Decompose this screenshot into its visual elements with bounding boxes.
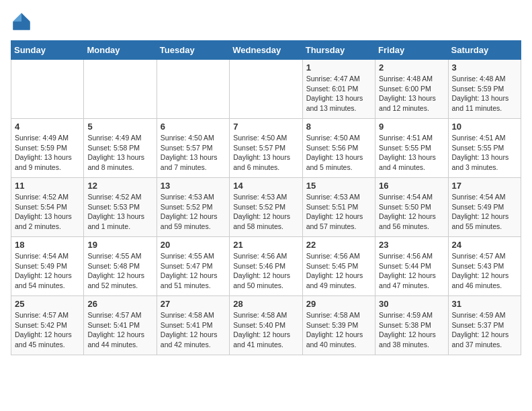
day-info: Sunrise: 4:56 AM Sunset: 5:44 PM Dayligh… bbox=[379, 251, 444, 291]
day-info: Sunrise: 4:49 AM Sunset: 5:59 PM Dayligh… bbox=[15, 133, 80, 173]
day-info: Sunrise: 4:58 AM Sunset: 5:40 PM Dayligh… bbox=[233, 310, 298, 350]
day-number: 1 bbox=[306, 62, 371, 73]
calendar-cell: 10Sunrise: 4:51 AM Sunset: 5:55 PM Dayli… bbox=[448, 119, 521, 178]
calendar-cell: 3Sunrise: 4:48 AM Sunset: 5:59 PM Daylig… bbox=[448, 60, 521, 119]
day-info: Sunrise: 4:50 AM Sunset: 5:57 PM Dayligh… bbox=[233, 133, 298, 173]
week-row-5: 25Sunrise: 4:57 AM Sunset: 5:42 PM Dayli… bbox=[11, 296, 521, 355]
day-number: 28 bbox=[233, 299, 298, 309]
calendar-cell bbox=[11, 60, 84, 119]
calendar-cell: 13Sunrise: 4:53 AM Sunset: 5:52 PM Dayli… bbox=[157, 178, 229, 237]
day-number: 23 bbox=[379, 240, 444, 250]
calendar-cell: 4Sunrise: 4:49 AM Sunset: 5:59 PM Daylig… bbox=[11, 119, 84, 178]
week-row-4: 18Sunrise: 4:54 AM Sunset: 5:49 PM Dayli… bbox=[11, 237, 521, 296]
calendar-cell: 19Sunrise: 4:55 AM Sunset: 5:48 PM Dayli… bbox=[84, 237, 157, 296]
calendar-cell: 22Sunrise: 4:56 AM Sunset: 5:45 PM Dayli… bbox=[302, 237, 375, 296]
logo-icon bbox=[11, 11, 32, 32]
day-info: Sunrise: 4:56 AM Sunset: 5:45 PM Dayligh… bbox=[306, 251, 371, 291]
calendar-cell: 30Sunrise: 4:59 AM Sunset: 5:38 PM Dayli… bbox=[375, 296, 448, 355]
day-info: Sunrise: 4:59 AM Sunset: 5:38 PM Dayligh… bbox=[379, 310, 444, 350]
day-number: 4 bbox=[15, 122, 80, 132]
calendar-cell: 24Sunrise: 4:57 AM Sunset: 5:43 PM Dayli… bbox=[448, 237, 521, 296]
day-info: Sunrise: 4:58 AM Sunset: 5:39 PM Dayligh… bbox=[306, 310, 371, 350]
calendar-cell bbox=[230, 60, 302, 119]
day-number: 24 bbox=[452, 240, 517, 250]
calendar-cell: 14Sunrise: 4:53 AM Sunset: 5:52 PM Dayli… bbox=[230, 178, 302, 237]
svg-marker-1 bbox=[13, 13, 21, 21]
day-info: Sunrise: 4:48 AM Sunset: 5:59 PM Dayligh… bbox=[452, 74, 517, 113]
week-row-2: 4Sunrise: 4:49 AM Sunset: 5:59 PM Daylig… bbox=[11, 119, 521, 178]
day-info: Sunrise: 4:53 AM Sunset: 5:51 PM Dayligh… bbox=[306, 192, 371, 232]
calendar-cell: 27Sunrise: 4:58 AM Sunset: 5:41 PM Dayli… bbox=[157, 296, 229, 355]
day-number: 22 bbox=[306, 240, 371, 250]
weekday-header-thursday: Thursday bbox=[302, 41, 375, 60]
week-row-1: 1Sunrise: 4:47 AM Sunset: 6:01 PM Daylig… bbox=[11, 60, 521, 119]
weekday-row: SundayMondayTuesdayWednesdayThursdayFrid… bbox=[11, 41, 521, 60]
calendar-cell: 7Sunrise: 4:50 AM Sunset: 5:57 PM Daylig… bbox=[230, 119, 302, 178]
day-info: Sunrise: 4:58 AM Sunset: 5:41 PM Dayligh… bbox=[161, 310, 226, 350]
calendar-cell: 1Sunrise: 4:47 AM Sunset: 6:01 PM Daylig… bbox=[302, 60, 375, 119]
calendar-cell: 21Sunrise: 4:56 AM Sunset: 5:46 PM Dayli… bbox=[230, 237, 302, 296]
logo bbox=[11, 11, 35, 32]
day-number: 15 bbox=[306, 181, 371, 191]
weekday-header-saturday: Saturday bbox=[448, 41, 521, 60]
day-info: Sunrise: 4:50 AM Sunset: 5:56 PM Dayligh… bbox=[306, 133, 371, 173]
calendar-cell bbox=[157, 60, 229, 119]
svg-marker-0 bbox=[21, 13, 30, 21]
day-number: 18 bbox=[15, 240, 80, 250]
weekday-header-friday: Friday bbox=[375, 41, 448, 60]
week-row-3: 11Sunrise: 4:52 AM Sunset: 5:54 PM Dayli… bbox=[11, 178, 521, 237]
day-info: Sunrise: 4:53 AM Sunset: 5:52 PM Dayligh… bbox=[233, 192, 298, 232]
day-info: Sunrise: 4:54 AM Sunset: 5:49 PM Dayligh… bbox=[15, 251, 80, 291]
day-info: Sunrise: 4:53 AM Sunset: 5:52 PM Dayligh… bbox=[161, 192, 226, 232]
day-info: Sunrise: 4:51 AM Sunset: 5:55 PM Dayligh… bbox=[379, 133, 444, 173]
day-number: 17 bbox=[452, 181, 517, 191]
calendar-cell: 11Sunrise: 4:52 AM Sunset: 5:54 PM Dayli… bbox=[11, 178, 84, 237]
day-info: Sunrise: 4:47 AM Sunset: 6:01 PM Dayligh… bbox=[306, 74, 371, 113]
calendar-cell: 6Sunrise: 4:50 AM Sunset: 5:57 PM Daylig… bbox=[157, 119, 229, 178]
day-info: Sunrise: 4:52 AM Sunset: 5:54 PM Dayligh… bbox=[15, 192, 80, 232]
calendar-table: SundayMondayTuesdayWednesdayThursdayFrid… bbox=[11, 40, 521, 355]
calendar-cell: 16Sunrise: 4:54 AM Sunset: 5:50 PM Dayli… bbox=[375, 178, 448, 237]
calendar-cell: 15Sunrise: 4:53 AM Sunset: 5:51 PM Dayli… bbox=[302, 178, 375, 237]
day-number: 16 bbox=[379, 181, 444, 191]
calendar-cell: 29Sunrise: 4:58 AM Sunset: 5:39 PM Dayli… bbox=[302, 296, 375, 355]
weekday-header-tuesday: Tuesday bbox=[157, 41, 229, 60]
calendar-cell: 18Sunrise: 4:54 AM Sunset: 5:49 PM Dayli… bbox=[11, 237, 84, 296]
calendar-cell bbox=[84, 60, 157, 119]
day-number: 27 bbox=[161, 299, 226, 309]
day-info: Sunrise: 4:55 AM Sunset: 5:47 PM Dayligh… bbox=[161, 251, 226, 291]
day-info: Sunrise: 4:54 AM Sunset: 5:49 PM Dayligh… bbox=[452, 192, 517, 232]
day-info: Sunrise: 4:56 AM Sunset: 5:46 PM Dayligh… bbox=[233, 251, 298, 291]
calendar-cell: 20Sunrise: 4:55 AM Sunset: 5:47 PM Dayli… bbox=[157, 237, 229, 296]
day-number: 14 bbox=[233, 181, 298, 191]
day-number: 11 bbox=[15, 181, 80, 191]
day-info: Sunrise: 4:57 AM Sunset: 5:42 PM Dayligh… bbox=[15, 310, 80, 350]
weekday-header-monday: Monday bbox=[84, 41, 157, 60]
calendar-body: 1Sunrise: 4:47 AM Sunset: 6:01 PM Daylig… bbox=[11, 60, 521, 355]
day-number: 9 bbox=[379, 122, 444, 132]
page-header bbox=[11, 11, 521, 32]
day-info: Sunrise: 4:57 AM Sunset: 5:43 PM Dayligh… bbox=[452, 251, 517, 291]
weekday-header-wednesday: Wednesday bbox=[230, 41, 302, 60]
day-info: Sunrise: 4:52 AM Sunset: 5:53 PM Dayligh… bbox=[87, 192, 152, 232]
day-number: 3 bbox=[452, 62, 517, 73]
day-number: 26 bbox=[87, 299, 152, 309]
calendar-cell: 5Sunrise: 4:49 AM Sunset: 5:58 PM Daylig… bbox=[84, 119, 157, 178]
calendar-cell: 8Sunrise: 4:50 AM Sunset: 5:56 PM Daylig… bbox=[302, 119, 375, 178]
day-info: Sunrise: 4:48 AM Sunset: 6:00 PM Dayligh… bbox=[379, 74, 444, 113]
day-info: Sunrise: 4:49 AM Sunset: 5:58 PM Dayligh… bbox=[87, 133, 152, 173]
day-number: 2 bbox=[379, 62, 444, 73]
day-number: 20 bbox=[161, 240, 226, 250]
svg-rect-2 bbox=[13, 21, 30, 30]
day-info: Sunrise: 4:57 AM Sunset: 5:41 PM Dayligh… bbox=[87, 310, 152, 350]
calendar-cell: 25Sunrise: 4:57 AM Sunset: 5:42 PM Dayli… bbox=[11, 296, 84, 355]
day-number: 12 bbox=[87, 181, 152, 191]
calendar-cell: 28Sunrise: 4:58 AM Sunset: 5:40 PM Dayli… bbox=[230, 296, 302, 355]
day-number: 30 bbox=[379, 299, 444, 309]
day-number: 19 bbox=[87, 240, 152, 250]
day-number: 8 bbox=[306, 122, 371, 132]
day-info: Sunrise: 4:50 AM Sunset: 5:57 PM Dayligh… bbox=[161, 133, 226, 173]
day-info: Sunrise: 4:51 AM Sunset: 5:55 PM Dayligh… bbox=[452, 133, 517, 173]
day-number: 7 bbox=[233, 122, 298, 132]
calendar-cell: 17Sunrise: 4:54 AM Sunset: 5:49 PM Dayli… bbox=[448, 178, 521, 237]
